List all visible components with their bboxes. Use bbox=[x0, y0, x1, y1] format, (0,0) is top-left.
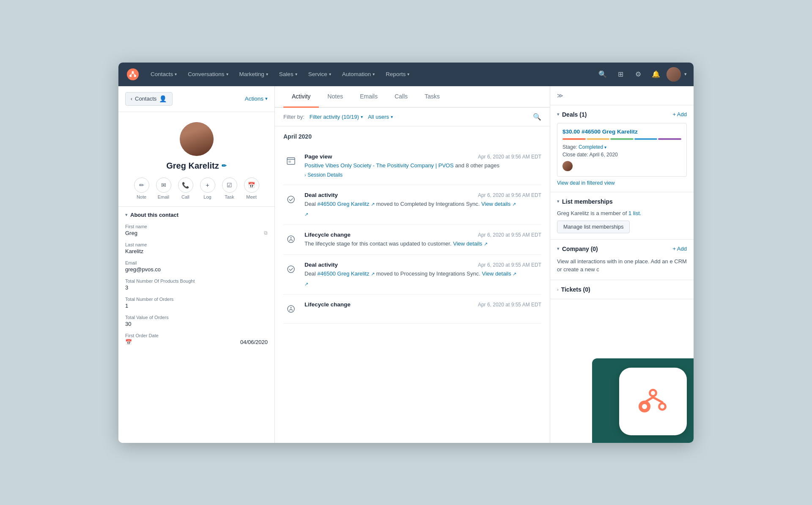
sidebar-header: ‹ Contacts 👤 Actions ▾ bbox=[118, 86, 274, 112]
lifecycle-icon-2 bbox=[283, 301, 299, 317]
activity-feed: April 2020 Page view Apr 6, 2020 at bbox=[275, 126, 550, 443]
user-avatar[interactable] bbox=[667, 67, 681, 82]
deal2-view-details[interactable]: View details bbox=[482, 270, 511, 277]
progress-seg-2 bbox=[587, 138, 610, 140]
task-icon: ☑ bbox=[222, 177, 237, 193]
deal1-view-external-icon[interactable]: ↗ bbox=[512, 202, 516, 207]
tab-notes[interactable]: Notes bbox=[319, 86, 351, 108]
progress-seg-1 bbox=[562, 138, 586, 140]
manage-list-memberships-button[interactable]: Manage list memberships bbox=[557, 221, 630, 233]
lifecycle1-external-icon[interactable]: ↗ bbox=[484, 241, 488, 246]
deal2-view-external-icon[interactable]: ↗ bbox=[513, 271, 516, 276]
nav-contacts[interactable]: Contacts ▾ bbox=[145, 68, 182, 81]
settings-icon[interactable]: ⚙ bbox=[631, 67, 645, 82]
about-header[interactable]: ▾ About this contact bbox=[125, 212, 268, 218]
deals-section-header: ▾ Deals (1) + Add bbox=[557, 111, 687, 118]
pageview-link[interactable]: Positive Vibes Only Society - The Positi… bbox=[304, 162, 454, 169]
apps-icon[interactable]: ⊞ bbox=[613, 67, 628, 82]
orders-count-value: 1 bbox=[125, 303, 268, 309]
view-deal-link[interactable]: View deal in filtered view bbox=[557, 180, 687, 186]
deal1-external-link-icon[interactable]: ↗ bbox=[371, 202, 375, 207]
edit-name-icon[interactable]: ✏ bbox=[222, 162, 227, 169]
center-panel: Activity Notes Emails Calls Tasks Filter… bbox=[275, 86, 550, 443]
expand-panel-icon[interactable]: ≫ bbox=[557, 92, 563, 99]
tab-calls[interactable]: Calls bbox=[386, 86, 416, 108]
email-action[interactable]: ✉ Email bbox=[156, 177, 171, 199]
company-section-header: ▾ Company (0) + Add bbox=[557, 246, 687, 252]
deals-chevron-icon: ▾ bbox=[557, 112, 560, 117]
svg-point-8 bbox=[288, 196, 294, 203]
company-title-row[interactable]: ▾ Company (0) bbox=[557, 246, 598, 252]
svg-point-9 bbox=[288, 236, 294, 243]
tabs-bar: Activity Notes Emails Calls Tasks bbox=[275, 86, 550, 108]
deal1-desc: Deal #46500 Greg Karelitz ↗ moved to Com… bbox=[304, 200, 541, 208]
deals-title-row[interactable]: ▾ Deals (1) bbox=[557, 111, 587, 118]
activity-filter-button[interactable]: Filter activity (10/19) ▾ bbox=[310, 114, 363, 120]
lifecycle1-view-details[interactable]: View details bbox=[453, 240, 482, 247]
activity-search-button[interactable]: 🔍 bbox=[533, 113, 541, 121]
deal-close-row: Close date: April 6, 2020 bbox=[562, 152, 681, 158]
nav-right: 🔍 ⊞ ⚙ 🔔 ▾ bbox=[595, 67, 687, 82]
call-action[interactable]: 📞 Call bbox=[178, 177, 193, 199]
deal1-view-details[interactable]: View details bbox=[481, 201, 510, 207]
hubspot-logo[interactable] bbox=[125, 67, 140, 82]
deal2-link[interactable]: #46500 Greg Karelitz bbox=[317, 270, 369, 277]
list-title-row[interactable]: ▾ List memberships bbox=[557, 198, 613, 205]
list-count-link[interactable]: 1 list. bbox=[628, 210, 641, 216]
tickets-section-header[interactable]: › Tickets (0) bbox=[557, 286, 687, 293]
pageview-content: Page view Apr 6, 2020 at 9:56 AM EDT Pos… bbox=[304, 153, 541, 178]
company-text: View all interactions with in one place.… bbox=[557, 257, 687, 274]
deal1-time: Apr 6, 2020 at 9:56 AM EDT bbox=[478, 192, 541, 198]
deal1-extra-link-icon[interactable]: ↗ bbox=[304, 212, 308, 217]
nav-conversations[interactable]: Conversations ▾ bbox=[183, 68, 233, 81]
copy-icon[interactable]: ⧉ bbox=[264, 230, 268, 236]
tab-tasks[interactable]: Tasks bbox=[416, 86, 448, 108]
activity-filter-label: Filter activity (10/19) bbox=[310, 114, 359, 120]
deal-stage-value[interactable]: Completed ▾ bbox=[579, 144, 606, 150]
deal-activity-icon-2 bbox=[283, 262, 299, 277]
svg-point-3 bbox=[129, 74, 132, 76]
filter-bar: Filter by: Filter activity (10/19) ▾ All… bbox=[275, 108, 550, 126]
lifecycle2-title: Lifecycle change bbox=[304, 301, 351, 308]
notifications-icon[interactable]: 🔔 bbox=[649, 67, 663, 82]
tab-emails[interactable]: Emails bbox=[351, 86, 386, 108]
deal-title[interactable]: $30.00 #46500 Greg Karelitz bbox=[562, 128, 681, 135]
log-action[interactable]: + Log bbox=[200, 177, 215, 199]
field-orders-value: Total Value of Orders 30 bbox=[125, 315, 268, 327]
back-to-contacts-button[interactable]: ‹ Contacts 👤 bbox=[125, 92, 173, 106]
nav-conversations-chevron: ▾ bbox=[226, 72, 228, 76]
right-sidebar: ≫ ▾ Deals (1) + Add $30.00 #46500 Greg K… bbox=[550, 86, 694, 443]
deal2-time: Apr 6, 2020 at 9:55 AM EDT bbox=[478, 262, 541, 268]
deal1-link[interactable]: #46500 Greg Karelitz bbox=[317, 201, 369, 207]
nav-service[interactable]: Service ▾ bbox=[303, 68, 336, 81]
nav-marketing[interactable]: Marketing ▾ bbox=[234, 68, 273, 81]
contact-profile: Greg Karelitz ✏ ✏ Note ✉ Email 📞 Call bbox=[118, 112, 274, 206]
contact-actions: ✏ Note ✉ Email 📞 Call + Log bbox=[134, 177, 259, 199]
nav-reports[interactable]: Reports ▾ bbox=[381, 68, 414, 81]
contact-name: Greg Karelitz ✏ bbox=[166, 161, 226, 171]
first-order-date-value: 📅 04/06/2020 bbox=[125, 339, 268, 345]
deal-activity-icon bbox=[283, 192, 299, 207]
nav-sales[interactable]: Sales ▾ bbox=[274, 68, 302, 81]
teal-background bbox=[592, 358, 694, 443]
search-icon[interactable]: 🔍 bbox=[595, 67, 610, 82]
deal2-external-link-icon[interactable]: ↗ bbox=[371, 271, 375, 276]
log-icon: + bbox=[200, 177, 215, 193]
nav-automation[interactable]: Automation ▾ bbox=[337, 68, 380, 81]
avatar-chevron[interactable]: ▾ bbox=[684, 71, 687, 77]
users-filter-button[interactable]: All users ▾ bbox=[368, 114, 393, 120]
list-section-title: List memberships bbox=[562, 198, 613, 205]
task-action[interactable]: ☑ Task bbox=[222, 177, 237, 199]
add-deal-button[interactable]: + Add bbox=[672, 111, 687, 117]
hubspot-overlay bbox=[592, 350, 694, 443]
note-action[interactable]: ✏ Note bbox=[134, 177, 149, 199]
meet-action[interactable]: 📅 Meet bbox=[244, 177, 259, 199]
session-details-toggle[interactable]: › Session Details bbox=[304, 172, 541, 178]
deal2-desc: Deal #46500 Greg Karelitz ↗ moved to Pro… bbox=[304, 270, 541, 278]
add-company-button[interactable]: + Add bbox=[672, 246, 687, 252]
actions-button[interactable]: Actions ▾ bbox=[245, 96, 268, 102]
orders-value-label: Total Value of Orders bbox=[125, 315, 268, 320]
tab-activity[interactable]: Activity bbox=[283, 86, 319, 108]
deal2-extra-link-icon[interactable]: ↗ bbox=[304, 281, 308, 287]
pageview-desc: Positive Vibes Only Society - The Positi… bbox=[304, 161, 541, 170]
